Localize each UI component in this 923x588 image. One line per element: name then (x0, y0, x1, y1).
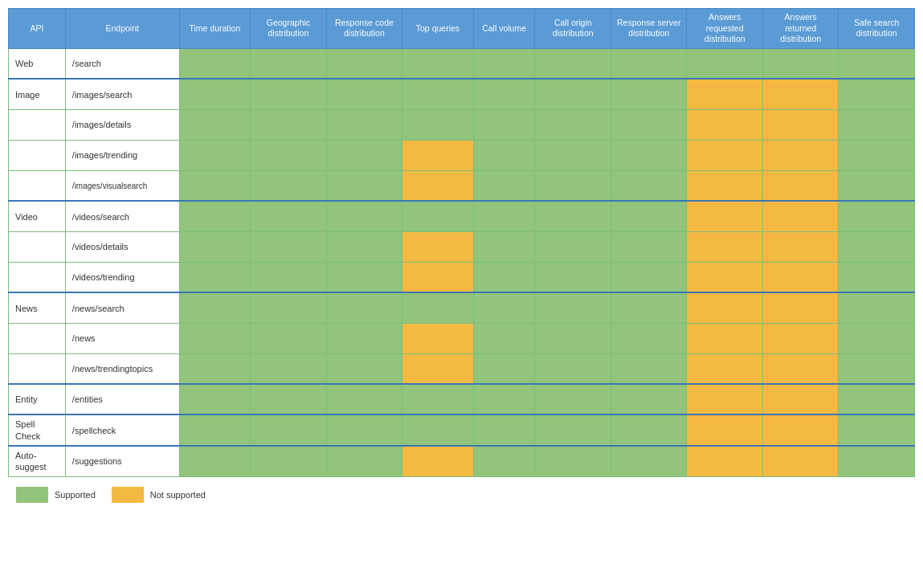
cell-green (326, 109, 402, 140)
cell-green (251, 446, 326, 476)
cell-green (179, 353, 251, 384)
header-call-volume: Call volume (473, 9, 535, 49)
header-top-queries: Top queries (402, 9, 474, 49)
legend-orange-box (112, 487, 144, 503)
table-row: Entity/entities (9, 384, 915, 414)
cell-green (326, 170, 402, 201)
cell-green (179, 109, 251, 140)
cell-green (326, 292, 402, 323)
api-table: API Endpoint Time duration Geographic di… (8, 8, 915, 477)
cell-green (611, 48, 686, 79)
cell-green (611, 201, 686, 231)
cell-green (762, 48, 838, 79)
cell-green (535, 231, 611, 262)
cell-endpoint: /images/search (65, 79, 179, 109)
cell-green (251, 414, 326, 446)
cell-green (326, 231, 402, 262)
cell-green (326, 446, 402, 476)
cell-orange (687, 292, 762, 323)
table-row: /news (9, 323, 915, 353)
table-row: /videos/trending (9, 262, 915, 292)
cell-green (611, 262, 686, 292)
cell-orange (687, 170, 762, 201)
cell-green (473, 109, 535, 140)
cell-api (9, 353, 66, 384)
cell-orange (687, 231, 762, 262)
cell-green (179, 201, 251, 231)
cell-green (473, 231, 535, 262)
cell-green (839, 323, 915, 353)
cell-green (839, 109, 915, 140)
cell-green (179, 414, 251, 446)
cell-green (839, 201, 915, 231)
cell-green (179, 231, 251, 262)
cell-green (611, 353, 686, 384)
table-row: /images/details (9, 109, 915, 140)
cell-orange (402, 353, 474, 384)
cell-green (473, 292, 535, 323)
cell-orange (687, 384, 762, 414)
cell-green (402, 384, 474, 414)
cell-api: Image (9, 79, 66, 109)
cell-green (839, 292, 915, 323)
cell-green (611, 140, 686, 170)
cell-orange (402, 231, 474, 262)
cell-green (326, 48, 402, 79)
cell-green (535, 109, 611, 140)
cell-green (473, 414, 535, 446)
cell-green (839, 140, 915, 170)
cell-orange (762, 201, 838, 231)
cell-green (326, 353, 402, 384)
cell-orange (687, 353, 762, 384)
cell-green (402, 201, 474, 231)
header-time-duration: Time duration (179, 9, 251, 49)
header-endpoint: Endpoint (65, 9, 179, 49)
cell-green (473, 79, 535, 109)
cell-green (251, 231, 326, 262)
cell-green (611, 79, 686, 109)
table-row: News/news/search (9, 292, 915, 323)
cell-green (611, 384, 686, 414)
cell-orange (687, 79, 762, 109)
cell-green (839, 353, 915, 384)
cell-endpoint: /videos/trending (65, 262, 179, 292)
cell-orange (402, 170, 474, 201)
cell-orange (687, 446, 762, 476)
cell-green (326, 201, 402, 231)
cell-api (9, 140, 66, 170)
cell-green (179, 170, 251, 201)
legend-not-supported: Not supported (112, 487, 206, 503)
cell-green (535, 353, 611, 384)
cell-api: Entity (9, 384, 66, 414)
cell-endpoint: /suggestions (65, 446, 179, 476)
cell-orange (762, 79, 838, 109)
cell-green (251, 292, 326, 323)
cell-green (839, 48, 915, 79)
cell-orange (762, 353, 838, 384)
cell-orange (687, 140, 762, 170)
cell-orange (402, 323, 474, 353)
cell-green (473, 384, 535, 414)
cell-green (326, 262, 402, 292)
cell-green (326, 414, 402, 446)
cell-green (535, 323, 611, 353)
cell-green (251, 353, 326, 384)
cell-orange (687, 323, 762, 353)
legend-supported: Supported (16, 487, 96, 503)
cell-api: Web (9, 48, 66, 79)
cell-green (611, 170, 686, 201)
cell-green (251, 79, 326, 109)
cell-green (535, 201, 611, 231)
cell-green (535, 384, 611, 414)
cell-green (839, 79, 915, 109)
cell-orange (687, 262, 762, 292)
cell-api (9, 109, 66, 140)
cell-orange (762, 446, 838, 476)
cell-orange (687, 201, 762, 231)
cell-green (535, 262, 611, 292)
header-safe-search-distribution: Safe search distribution (839, 9, 915, 49)
cell-green (687, 48, 762, 79)
table-row: /images/visualsearch (9, 170, 915, 201)
cell-green (179, 323, 251, 353)
cell-green (402, 414, 474, 446)
